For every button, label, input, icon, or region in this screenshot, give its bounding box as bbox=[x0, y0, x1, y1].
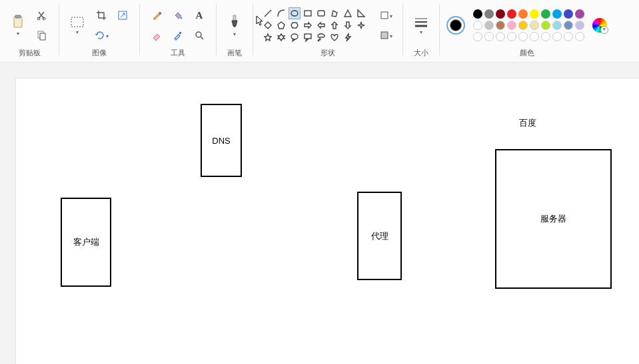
color-swatch[interactable] bbox=[484, 21, 494, 30]
ribbon: ▾ 剪贴板 bbox=[0, 0, 639, 63]
color-swatch[interactable] bbox=[541, 21, 550, 30]
size-button[interactable]: ▾ bbox=[410, 5, 432, 46]
chevron-down-icon: ▾ bbox=[106, 33, 109, 39]
shape-callout-rect-icon[interactable] bbox=[303, 32, 313, 43]
copy-icon bbox=[37, 30, 47, 41]
color-swatch[interactable] bbox=[552, 9, 562, 19]
color-swatch-empty[interactable] bbox=[496, 32, 505, 41]
shape-arrow-right-icon[interactable] bbox=[303, 20, 313, 31]
group-tools: A 工具 bbox=[143, 1, 213, 62]
color-swatch[interactable] bbox=[518, 9, 528, 19]
shape-heart-icon[interactable] bbox=[329, 32, 340, 43]
svg-point-11 bbox=[291, 11, 298, 16]
picker-button[interactable] bbox=[168, 26, 188, 45]
copy-button[interactable] bbox=[32, 26, 52, 45]
shape-6star-icon[interactable] bbox=[276, 32, 287, 43]
resize-icon bbox=[117, 10, 128, 21]
separator bbox=[439, 4, 440, 55]
color-swatch[interactable] bbox=[484, 9, 494, 19]
color-swatch[interactable] bbox=[507, 9, 516, 19]
shape-arrow-left-icon[interactable] bbox=[316, 20, 326, 31]
shape-5star-icon[interactable] bbox=[263, 32, 273, 43]
select-button[interactable]: ▾ bbox=[66, 5, 89, 46]
box-dns: DNS bbox=[201, 104, 242, 177]
color-swatch[interactable] bbox=[564, 21, 573, 30]
color-swatch-empty[interactable] bbox=[473, 32, 482, 41]
color-swatch-empty[interactable] bbox=[518, 32, 528, 41]
shape-polygon-icon[interactable] bbox=[329, 8, 340, 19]
color-swatch[interactable] bbox=[575, 21, 584, 30]
box-dns-label: DNS bbox=[212, 136, 230, 146]
color-swatch[interactable] bbox=[530, 21, 539, 30]
crop-button[interactable] bbox=[91, 6, 111, 25]
shape-oval-icon[interactable] bbox=[289, 8, 300, 19]
shape-arrow-down-icon[interactable] bbox=[342, 20, 353, 31]
svg-rect-6 bbox=[71, 17, 83, 27]
color-swatch[interactable] bbox=[507, 21, 516, 30]
shape-4star-icon[interactable] bbox=[356, 20, 366, 31]
shape-right-triangle-icon[interactable] bbox=[356, 8, 366, 19]
shape-lightning-icon[interactable] bbox=[342, 32, 353, 43]
shape-fill-button[interactable]: ▾ bbox=[376, 26, 396, 45]
text-button[interactable]: A bbox=[189, 6, 209, 25]
color-swatch-empty[interactable] bbox=[552, 32, 562, 41]
color-swatch[interactable] bbox=[564, 9, 573, 19]
shape-arrow-up-icon[interactable] bbox=[329, 20, 340, 31]
color-swatch-empty[interactable] bbox=[575, 32, 584, 41]
svg-rect-13 bbox=[318, 11, 324, 16]
color-swatch[interactable] bbox=[473, 9, 482, 19]
color-swatch[interactable] bbox=[552, 21, 562, 30]
eraser-icon bbox=[151, 30, 162, 41]
shape-diamond-icon[interactable] bbox=[263, 20, 273, 31]
rotate-button[interactable]: ▾ bbox=[91, 26, 111, 45]
brush-button[interactable]: ▾ bbox=[223, 5, 246, 46]
color1-swatch bbox=[450, 19, 462, 31]
svg-point-10 bbox=[196, 32, 201, 37]
fill-icon bbox=[173, 10, 183, 21]
shape-outline-button[interactable]: ▾ bbox=[376, 6, 396, 25]
edit-colors-button[interactable] bbox=[592, 18, 607, 33]
svg-point-14 bbox=[291, 34, 298, 39]
eraser-button[interactable] bbox=[147, 26, 167, 45]
shape-rect-icon[interactable] bbox=[303, 8, 313, 19]
cut-icon bbox=[37, 10, 47, 21]
group-label-clipboard: 剪贴板 bbox=[19, 48, 41, 61]
magnifier-button[interactable] bbox=[189, 26, 209, 45]
shape-curve-icon[interactable] bbox=[276, 8, 287, 19]
pencil-button[interactable] bbox=[147, 6, 167, 25]
cut-button[interactable] bbox=[32, 6, 52, 25]
color-swatch[interactable] bbox=[496, 21, 505, 30]
color-swatch[interactable] bbox=[541, 9, 550, 19]
box-server: 服务器 bbox=[495, 149, 612, 289]
color-swatch-empty[interactable] bbox=[530, 32, 539, 41]
shape-hexagon-icon[interactable] bbox=[289, 20, 300, 31]
shape-callout-round-icon[interactable] bbox=[289, 32, 300, 43]
color-swatch[interactable] bbox=[496, 9, 505, 19]
color-swatch[interactable] bbox=[473, 21, 482, 30]
color-swatch-empty[interactable] bbox=[564, 32, 573, 41]
text-baidu: 百度 bbox=[519, 117, 536, 129]
canvas[interactable]: 客户端 DNS 代理 百度 服务器 bbox=[16, 79, 639, 364]
resize-button[interactable] bbox=[113, 6, 133, 25]
paste-button[interactable]: ▾ bbox=[7, 5, 29, 46]
fill-button[interactable] bbox=[168, 6, 188, 25]
color-swatch-empty[interactable] bbox=[484, 32, 494, 41]
shape-triangle-icon[interactable] bbox=[342, 8, 353, 19]
group-shapes: ▾ ▾ 形状 bbox=[256, 1, 400, 62]
color-swatch-empty[interactable] bbox=[507, 32, 516, 41]
shape-roundrect-icon[interactable] bbox=[316, 8, 326, 19]
shape-gallery[interactable] bbox=[260, 7, 369, 44]
color-swatch[interactable] bbox=[518, 21, 528, 30]
shape-pentagon-icon[interactable] bbox=[276, 20, 287, 31]
color-swatch[interactable] bbox=[575, 9, 584, 19]
color-swatch-empty[interactable] bbox=[541, 32, 550, 41]
shape-callout-cloud-icon[interactable] bbox=[316, 32, 326, 43]
color1-button[interactable] bbox=[446, 16, 465, 35]
shape-line-icon[interactable] bbox=[263, 8, 273, 19]
box-client-label: 客户端 bbox=[73, 236, 99, 248]
separator bbox=[216, 4, 217, 55]
text-icon: A bbox=[196, 10, 203, 21]
color-swatch[interactable] bbox=[530, 9, 539, 19]
chevron-down-icon: ▾ bbox=[390, 33, 392, 39]
crop-icon bbox=[96, 10, 107, 21]
